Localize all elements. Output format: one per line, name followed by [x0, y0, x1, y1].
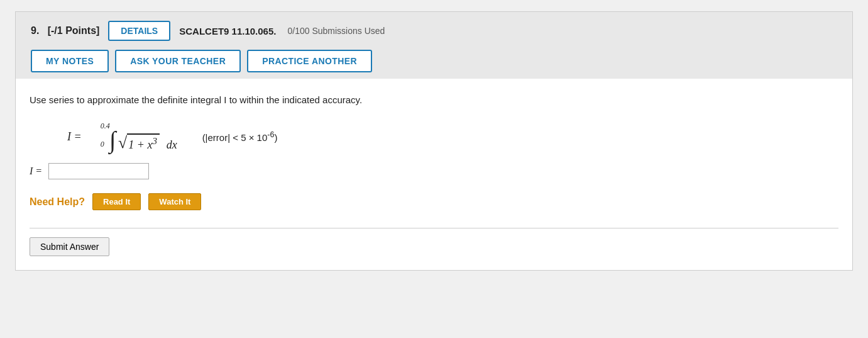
submissions-label: 0/100 Submissions Used [287, 26, 385, 36]
ask-teacher-button[interactable]: ASK YOUR TEACHER [115, 50, 241, 72]
sqrt-inner: 1 + x3 [127, 133, 160, 152]
answer-row: I = [30, 163, 838, 179]
upper-limit: 0.4 [101, 121, 110, 131]
header-row: 9. [-/1 Points] DETAILS SCALCET9 11.10.0… [31, 21, 837, 41]
submit-button[interactable]: Submit Answer [30, 237, 109, 256]
int-limits: 0.4 0 [101, 121, 110, 152]
details-button[interactable]: DETAILS [108, 21, 170, 41]
practice-another-button[interactable]: PRACTICE ANOTHER [247, 50, 372, 72]
q-number: 9. [31, 25, 39, 36]
integral-eq-label: I = [67, 130, 82, 144]
need-help-row: Need Help? Read It Watch It [30, 193, 838, 210]
math-expression: I = 0.4 0 ∫ √ 1 + x3 dx (|error| < 5 × 1… [67, 121, 838, 152]
page-container: 9. [-/1 Points] DETAILS SCALCET9 11.10.0… [0, 0, 868, 338]
need-help-label: Need Help? [30, 196, 85, 208]
problem-statement: Use series to approximate the definite i… [30, 93, 838, 108]
integral-symbol: ∫ [109, 128, 116, 152]
action-buttons-row: MY NOTES ASK YOUR TEACHER PRACTICE ANOTH… [31, 50, 837, 72]
sqrt-expression: √ 1 + x3 [118, 133, 160, 152]
problem-code: SCALCET9 11.10.065. [179, 26, 276, 37]
content-panel: Use series to approximate the definite i… [15, 79, 853, 271]
error-condition: (|error| < 5 × 10-6) [202, 130, 278, 143]
lower-limit: 0 [101, 140, 110, 149]
integral-expr: 0.4 0 ∫ √ 1 + x3 dx [101, 121, 177, 152]
submit-section: Submit Answer [30, 228, 838, 256]
watch-it-button[interactable]: Watch It [148, 193, 201, 210]
my-notes-button[interactable]: MY NOTES [31, 50, 109, 72]
read-it-button[interactable]: Read It [92, 193, 141, 210]
header-bar: 9. [-/1 Points] DETAILS SCALCET9 11.10.0… [15, 11, 853, 79]
points-label: [-/1 Points] [48, 25, 100, 36]
answer-label: I = [30, 166, 42, 177]
dx-text: dx [164, 138, 177, 152]
answer-input[interactable] [48, 163, 149, 179]
question-number: 9. [-/1 Points] [31, 25, 99, 37]
sqrt-symbol: √ [118, 135, 127, 151]
